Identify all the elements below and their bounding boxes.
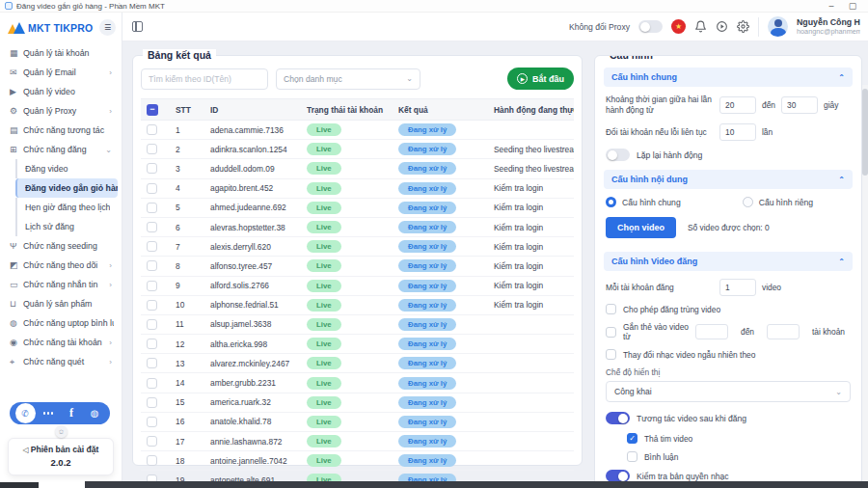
choose-video-button[interactable]: Chọn video bbox=[606, 217, 676, 238]
section-content-header[interactable]: Cấu hình nội dung ⌃ bbox=[604, 170, 853, 189]
section-video-header[interactable]: Cấu hình Video đăng ⌃ bbox=[604, 252, 853, 271]
per-account-input[interactable] bbox=[719, 279, 756, 296]
tag-video-checkbox[interactable]: Gắn thẻ vào video từ đến tài khoản bbox=[606, 322, 851, 341]
allow-duplicate-checkbox[interactable]: Cho phép đăng trùng video bbox=[606, 304, 851, 314]
sidebar-item-chuc-nang-tuong-tac[interactable]: ▤Chức năng tương tác bbox=[4, 121, 118, 140]
interval-to-input[interactable] bbox=[781, 96, 818, 114]
row-checkbox[interactable] bbox=[147, 260, 157, 271]
radio-custom-config[interactable]: Cấu hình riêng bbox=[743, 197, 813, 207]
result-badge-processing: Đang xử lý bbox=[398, 280, 456, 292]
search-input[interactable] bbox=[141, 68, 268, 90]
sidebar-item-chuc-nang-nhan-tin[interactable]: ▭Chức năng nhắn tin› bbox=[4, 275, 118, 294]
random-music-checkbox[interactable]: Thay đổi nhạc video ngẫu nhiên theo bbox=[606, 349, 851, 360]
interval-from-input[interactable] bbox=[719, 96, 756, 114]
menu-collapse-button[interactable]: ☰ bbox=[99, 19, 116, 36]
row-checkbox[interactable] bbox=[147, 300, 157, 311]
sidebar-item-chuc-nang-uptop-binh-luan[interactable]: ◍Chức năng uptop bình luận bbox=[4, 313, 118, 333]
row-checkbox[interactable] bbox=[147, 144, 157, 154]
sidebar-item-chuc-nang-theo-doi[interactable]: ◩Chức năng theo dõi› bbox=[4, 256, 118, 275]
status-badge-live: Live bbox=[307, 357, 341, 369]
config-title: Cấu hình bbox=[605, 55, 658, 61]
os-taskbar bbox=[85, 481, 868, 488]
sidebar-item-quan-ly-san-pham[interactable]: ⊔Quản lý sản phẩm bbox=[4, 294, 118, 313]
row-checkbox[interactable] bbox=[147, 358, 157, 368]
user-info[interactable]: Nguyễn Công H hoangnc@phanmem bbox=[797, 17, 860, 36]
user-avatar[interactable] bbox=[768, 16, 788, 37]
cell-id: aduddell.odom.09 bbox=[204, 159, 301, 178]
cell-id: alford.solis.2766 bbox=[204, 276, 301, 295]
status-badge-live: Live bbox=[307, 221, 341, 233]
row-checkbox[interactable] bbox=[147, 241, 157, 252]
result-badge-processing: Đang xử lý bbox=[398, 377, 456, 390]
sidebar-subitem[interactable]: Hẹn giờ đăng theo lịch bbox=[15, 198, 118, 217]
row-checkbox[interactable] bbox=[147, 378, 157, 389]
interact-after-post-toggle[interactable] bbox=[606, 412, 630, 424]
sidebar-toggle-icon[interactable] bbox=[132, 21, 143, 32]
row-checkbox[interactable] bbox=[147, 417, 157, 427]
tag-from-input[interactable] bbox=[695, 324, 728, 339]
sidebar-item-chuc-nang-seeding[interactable]: ΨChức năng seeding bbox=[4, 236, 118, 256]
chevron-right-icon: › bbox=[109, 358, 114, 366]
status-badge-live: Live bbox=[307, 182, 341, 195]
row-checkbox[interactable] bbox=[147, 339, 157, 349]
comment-checkbox[interactable]: Bình luận bbox=[627, 451, 851, 462]
cell-action: Kiểm tra login bbox=[488, 276, 574, 295]
sidebar-subitem[interactable]: Đăng video gắn giỏ hàng bbox=[15, 178, 118, 198]
result-badge-processing: Đang xử lý bbox=[398, 221, 456, 233]
cell-id: ahmed.judeanne.692 bbox=[204, 198, 301, 217]
proxy-gear-icon: ⚙ bbox=[10, 106, 23, 116]
repeat-action-label: Lặp lại hành động bbox=[637, 150, 702, 160]
version-card: ◁Phiên bản cài đặt 2.0.2 bbox=[8, 438, 114, 475]
row-checkbox[interactable] bbox=[147, 455, 157, 466]
row-checkbox[interactable] bbox=[147, 319, 157, 330]
sidebar-item-quan-ly-tai-khoan[interactable]: ▦Quản lý tài khoản bbox=[4, 43, 118, 63]
row-checkbox[interactable] bbox=[147, 222, 157, 232]
sidebar-item-label: Chức năng tài khoản bbox=[23, 338, 109, 347]
row-checkbox[interactable] bbox=[147, 203, 157, 213]
section-general-header[interactable]: Cấu hình chung ⌃ bbox=[604, 68, 853, 87]
row-checkbox[interactable] bbox=[147, 397, 157, 408]
row-checkbox[interactable] bbox=[147, 163, 157, 174]
sidebar-subitem[interactable]: Đăng video bbox=[15, 159, 118, 178]
select-all-checkbox[interactable]: − bbox=[147, 104, 158, 116]
error-count-input[interactable] bbox=[719, 123, 756, 141]
table-row: 4agapito.brent.452LiveĐang xử lýKiểm tra… bbox=[141, 178, 574, 198]
radio-general-config[interactable]: Cấu hình chung bbox=[606, 197, 681, 207]
notifications-bell-icon[interactable] bbox=[694, 20, 707, 33]
status-badge-live: Live bbox=[307, 377, 341, 390]
support-headset-icon[interactable]: ✆ bbox=[17, 405, 34, 421]
sidebar-item-label: Quản lý Proxy bbox=[23, 106, 109, 116]
vietnam-flag-icon[interactable]: ★ bbox=[671, 19, 686, 34]
sidebar-item-quan-ly-email[interactable]: ✉Quản lý Email› bbox=[4, 63, 118, 82]
sidebar-item-chuc-nang-quet[interactable]: ⌖Chức năng quét› bbox=[4, 352, 118, 371]
row-checkbox[interactable] bbox=[147, 183, 157, 194]
category-select[interactable]: Chọn danh mục ⌄ bbox=[276, 68, 420, 90]
brand: MKT TIKPRO ☰ bbox=[0, 13, 122, 41]
sidebar-item-chuc-nang-tai-khoan[interactable]: ◉Chức năng tài khoản› bbox=[4, 333, 118, 352]
maximize-button[interactable]: ▢ bbox=[842, 2, 863, 11]
table-row: 13alvarez.mckinley.2467LiveĐang xử lý bbox=[141, 354, 574, 373]
repeat-action-toggle[interactable] bbox=[606, 149, 630, 161]
globe-icon[interactable]: ◍ bbox=[87, 405, 103, 421]
start-button[interactable]: ▶ Bắt đầu bbox=[507, 68, 574, 90]
sidebar-item-chuc-nang-dang[interactable]: ⊞Chức năng đăng⌄ bbox=[4, 140, 118, 159]
sidebar-item-quan-ly-proxy[interactable]: ⚙Quản lý Proxy› bbox=[4, 101, 118, 121]
cell-id: adena.cammie.7136 bbox=[204, 121, 301, 140]
display-mode-select[interactable]: Công khai ⌄ bbox=[606, 381, 851, 402]
row-checkbox[interactable] bbox=[147, 436, 157, 447]
tag-to-input[interactable] bbox=[767, 324, 800, 339]
sidebar-subitem[interactable]: Lịch sử đăng bbox=[15, 217, 118, 236]
tutorial-play-icon[interactable] bbox=[716, 20, 728, 33]
cell-id: anatole.khalid.78 bbox=[204, 412, 301, 431]
row-checkbox[interactable] bbox=[147, 281, 157, 291]
sidebar-item-quan-ly-video[interactable]: ▶Quản lý video bbox=[4, 82, 118, 101]
version-collapse-icon[interactable]: ✩ bbox=[55, 425, 68, 438]
row-checkbox[interactable] bbox=[147, 124, 157, 135]
settings-gear-icon[interactable] bbox=[737, 20, 749, 33]
like-video-checkbox[interactable]: ✓ Thả tim video bbox=[627, 433, 851, 444]
zalo-chat-icon[interactable] bbox=[41, 405, 57, 421]
facebook-icon[interactable]: f bbox=[64, 405, 80, 421]
proxy-toggle[interactable] bbox=[638, 20, 663, 33]
minimize-button[interactable]: – bbox=[821, 2, 842, 11]
vertical-scrollbar[interactable] bbox=[862, 85, 868, 488]
